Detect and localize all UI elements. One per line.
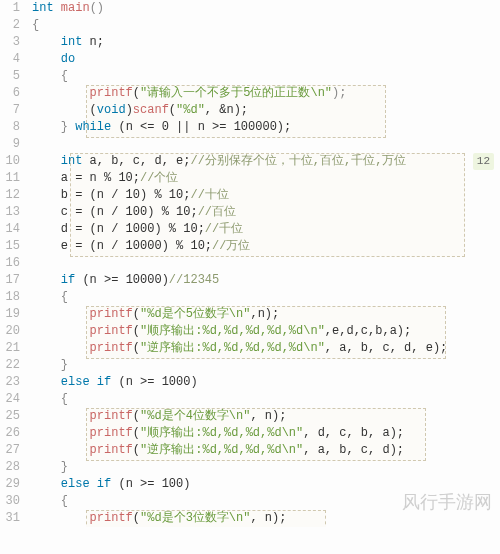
string-token: "顺序输出:%d,%d,%d,%d\n" bbox=[140, 426, 303, 440]
code-line[interactable]: int n; bbox=[32, 34, 500, 51]
function-token: printf bbox=[90, 426, 133, 440]
text-token: , a, b, c, d); bbox=[303, 443, 404, 457]
code-line[interactable]: { bbox=[32, 17, 500, 34]
code-line[interactable]: if (n >= 10000)//12345 bbox=[32, 272, 500, 289]
code-line[interactable] bbox=[32, 255, 500, 272]
code-line[interactable]: else if (n >= 100) bbox=[32, 476, 500, 493]
line-number: 13 bbox=[0, 204, 20, 221]
line-number: 8 bbox=[0, 119, 20, 136]
brace-token: { bbox=[61, 392, 68, 406]
string-token: "%d是个5位数字\n" bbox=[140, 307, 250, 321]
code-line[interactable]: (void)scanf("%d", &n); bbox=[32, 102, 500, 119]
comment-token: //分别保存个位，十位,百位,千位,万位 bbox=[190, 154, 406, 168]
line-number: 30 bbox=[0, 493, 20, 510]
function-token: printf bbox=[90, 86, 133, 100]
keyword-token: if bbox=[61, 273, 75, 287]
comment-token: //十位 bbox=[190, 188, 228, 202]
line-number: 14 bbox=[0, 221, 20, 238]
code-line[interactable]: int main() bbox=[32, 0, 500, 17]
code-line[interactable]: } while (n <= 0 || n >= 100000); bbox=[32, 119, 500, 136]
code-line[interactable]: } bbox=[32, 357, 500, 374]
comment-token: //万位 bbox=[212, 239, 250, 253]
text-token: a, b, c, d, e; bbox=[82, 154, 190, 168]
line-number: 21 bbox=[0, 340, 20, 357]
comment-token: //12345 bbox=[169, 273, 219, 287]
text-token: ,e,d,c,b,a); bbox=[325, 324, 411, 338]
line-number: 24 bbox=[0, 391, 20, 408]
code-line[interactable]: c = (n / 100) % 10;//百位 bbox=[32, 204, 500, 221]
code-line[interactable]: printf("顺序输出:%d,%d,%d,%d,%d\n",e,d,c,b,a… bbox=[32, 323, 500, 340]
text-token: , d, c, b, a); bbox=[303, 426, 404, 440]
text-token: b = (n / 10) % 10; bbox=[61, 188, 191, 202]
punct-token: () bbox=[90, 1, 104, 15]
code-line[interactable]: int a, b, c, d, e;//分别保存个位，十位,百位,千位,万位12 bbox=[32, 153, 500, 170]
line-number: 26 bbox=[0, 425, 20, 442]
code-line[interactable]: { bbox=[32, 493, 500, 510]
keyword-token: void bbox=[97, 103, 126, 117]
code-line[interactable]: else if (n >= 1000) bbox=[32, 374, 500, 391]
comment-token: //百位 bbox=[198, 205, 236, 219]
line-number: 28 bbox=[0, 459, 20, 476]
code-line[interactable]: d = (n / 1000) % 10;//千位 bbox=[32, 221, 500, 238]
line-number: 17 bbox=[0, 272, 20, 289]
function-token: printf bbox=[90, 409, 133, 423]
text-token: (n >= 100) bbox=[111, 477, 190, 491]
line-number: 15 bbox=[0, 238, 20, 255]
text-token: , &n); bbox=[205, 103, 248, 117]
line-number: 29 bbox=[0, 476, 20, 493]
line-number: 7 bbox=[0, 102, 20, 119]
string-token: "%d是个4位数字\n" bbox=[140, 409, 250, 423]
code-line[interactable]: printf("%d是个5位数字\n",n); bbox=[32, 306, 500, 323]
brace-token: } bbox=[61, 460, 68, 474]
function-token: main bbox=[61, 1, 90, 15]
text-token: (n >= 10000) bbox=[75, 273, 169, 287]
keyword-token: int bbox=[32, 1, 54, 15]
code-line[interactable]: { bbox=[32, 68, 500, 85]
line-number-gutter: 1234567891011121314151617181920212223242… bbox=[0, 0, 28, 527]
text-token: c = (n / 100) % 10; bbox=[61, 205, 198, 219]
line-number: 3 bbox=[0, 34, 20, 51]
text-token: n; bbox=[82, 35, 104, 49]
text-token: , a, b, c, d, e); bbox=[325, 341, 447, 355]
code-line[interactable]: { bbox=[32, 289, 500, 306]
brace-token: { bbox=[32, 18, 39, 32]
line-number: 20 bbox=[0, 323, 20, 340]
code-line[interactable]: } bbox=[32, 459, 500, 476]
code-editor[interactable]: 1234567891011121314151617181920212223242… bbox=[0, 0, 500, 527]
code-line[interactable]: a = n % 10;//个位 bbox=[32, 170, 500, 187]
line-number: 23 bbox=[0, 374, 20, 391]
punct-token: ); bbox=[332, 86, 346, 100]
comment-token: //千位 bbox=[205, 222, 243, 236]
function-token: printf bbox=[90, 307, 133, 321]
string-token: "顺序输出:%d,%d,%d,%d,%d\n" bbox=[140, 324, 325, 338]
brace-token: { bbox=[61, 290, 68, 304]
code-line[interactable]: printf("%d是个3位数字\n", n); bbox=[32, 510, 500, 527]
function-token: scanf bbox=[133, 103, 169, 117]
line-number: 5 bbox=[0, 68, 20, 85]
code-line[interactable]: printf("顺序输出:%d,%d,%d,%d\n", d, c, b, a)… bbox=[32, 425, 500, 442]
line-number: 27 bbox=[0, 442, 20, 459]
code-line[interactable]: e = (n / 10000) % 10;//万位 bbox=[32, 238, 500, 255]
code-line[interactable]: printf("请输入一个不多于5位的正正数\n"); bbox=[32, 85, 500, 102]
code-line[interactable]: b = (n / 10) % 10;//十位 bbox=[32, 187, 500, 204]
code-line[interactable]: printf("%d是个4位数字\n", n); bbox=[32, 408, 500, 425]
string-token: "请输入一个不多于5位的正正数\n" bbox=[140, 86, 332, 100]
code-line[interactable] bbox=[32, 136, 500, 153]
line-number: 1 bbox=[0, 0, 20, 17]
line-number: 10 bbox=[0, 153, 20, 170]
code-line[interactable]: printf("逆序输出:%d,%d,%d,%d\n", a, b, c, d)… bbox=[32, 442, 500, 459]
brace-token: } bbox=[61, 358, 68, 372]
text-token: e = (n / 10000) % 10; bbox=[61, 239, 212, 253]
code-line[interactable]: { bbox=[32, 391, 500, 408]
text-token: a = n % 10; bbox=[61, 171, 140, 185]
brace-token: { bbox=[61, 494, 68, 508]
function-token: printf bbox=[90, 443, 133, 457]
text-token: , n); bbox=[250, 511, 286, 525]
code-area[interactable]: int main() { int n; do { printf("请输入一个不多… bbox=[28, 0, 500, 527]
line-number: 9 bbox=[0, 136, 20, 153]
brace-token: } bbox=[61, 120, 75, 134]
code-line[interactable]: do bbox=[32, 51, 500, 68]
line-number: 19 bbox=[0, 306, 20, 323]
function-token: printf bbox=[90, 511, 133, 525]
code-line[interactable]: printf("逆序输出:%d,%d,%d,%d,%d\n", a, b, c,… bbox=[32, 340, 500, 357]
